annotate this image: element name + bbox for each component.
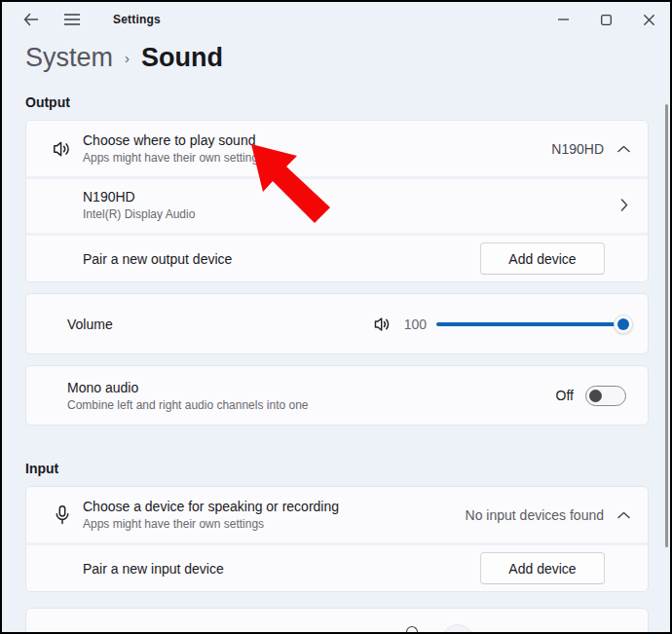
choose-input-row[interactable]: Choose a device for speaking or recordin… <box>26 487 648 542</box>
output-device-card: Choose where to play sound Apps might ha… <box>25 120 649 282</box>
partial-microphone-icon <box>406 626 418 634</box>
app-title: Settings <box>113 13 161 26</box>
input-device-card: Choose a device for speaking or recordin… <box>25 486 649 592</box>
pair-output-label: Pair a new output device <box>83 251 232 267</box>
mono-audio-toggle[interactable] <box>585 386 626 406</box>
mono-audio-subtitle: Combine left and right audio channels in… <box>67 398 309 412</box>
back-arrow-icon <box>23 13 39 26</box>
maximize-button[interactable] <box>584 3 627 36</box>
volume-card: Volume 100 <box>25 293 649 354</box>
input-section-header: Input <box>2 461 670 476</box>
pair-input-label: Pair a new input device <box>83 561 224 577</box>
speaker-icon <box>42 137 83 161</box>
device-name: N190HD <box>83 189 195 205</box>
choose-input-title: Choose a device for speaking or recordin… <box>83 499 339 514</box>
add-input-device-button[interactable]: Add device <box>480 552 605 584</box>
volume-label: Volume <box>67 317 113 332</box>
chevron-right-icon[interactable] <box>620 199 628 211</box>
volume-slider[interactable] <box>436 316 624 333</box>
partial-control-glimpse <box>441 624 474 634</box>
volume-slider-thumb[interactable] <box>614 315 633 334</box>
breadcrumb-separator-icon: › <box>125 50 130 66</box>
choose-input-subtitle: Apps might have their own settings <box>83 517 339 531</box>
choose-output-row[interactable]: Choose where to play sound Apps might ha… <box>26 121 648 176</box>
partial-next-card <box>25 608 649 634</box>
volume-row: Volume 100 <box>26 294 648 354</box>
selected-output-device: N190HD <box>551 141 604 157</box>
nav-menu-button[interactable] <box>56 5 88 34</box>
add-output-device-button[interactable]: Add device <box>480 242 605 275</box>
page-title: Sound <box>141 43 223 73</box>
mono-audio-title: Mono audio <box>67 380 309 395</box>
chevron-up-icon[interactable] <box>617 511 630 519</box>
device-description: Intel(R) Display Audio <box>83 207 195 221</box>
minimize-icon <box>558 19 569 20</box>
output-section-header: Output <box>2 94 670 110</box>
input-devices-status: No input devices found <box>466 507 604 523</box>
close-icon <box>644 15 654 25</box>
settings-window: Settings System › Sound Output Choose wh… <box>0 0 672 634</box>
pair-output-row: Pair a new output device Add device <box>26 233 648 281</box>
vertical-scrollbar[interactable] <box>665 104 668 547</box>
back-button[interactable] <box>16 5 47 34</box>
chevron-up-icon[interactable] <box>617 145 630 153</box>
close-button[interactable] <box>627 3 670 36</box>
volume-value: 100 <box>404 317 427 332</box>
hamburger-menu-icon <box>64 14 80 25</box>
pair-input-row: Pair a new input device Add device <box>26 542 648 591</box>
minimize-button[interactable] <box>541 3 584 36</box>
choose-output-subtitle: Apps might have their own settings <box>83 151 264 165</box>
mono-audio-card: Mono audio Combine left and right audio … <box>25 365 649 426</box>
microphone-icon <box>42 503 83 528</box>
mono-audio-row: Mono audio Combine left and right audio … <box>26 366 648 425</box>
volume-slider-track[interactable] <box>436 322 624 326</box>
output-device-item[interactable]: N190HD Intel(R) Display Audio <box>26 176 648 233</box>
volume-speaker-icon[interactable] <box>371 314 394 335</box>
choose-output-title: Choose where to play sound <box>83 132 264 148</box>
toggle-knob <box>589 390 602 402</box>
breadcrumb: System › Sound <box>2 37 670 73</box>
maximize-icon <box>601 15 612 25</box>
mono-toggle-state: Off <box>556 388 574 403</box>
breadcrumb-system[interactable]: System <box>25 43 113 73</box>
title-bar: Settings <box>2 2 670 37</box>
